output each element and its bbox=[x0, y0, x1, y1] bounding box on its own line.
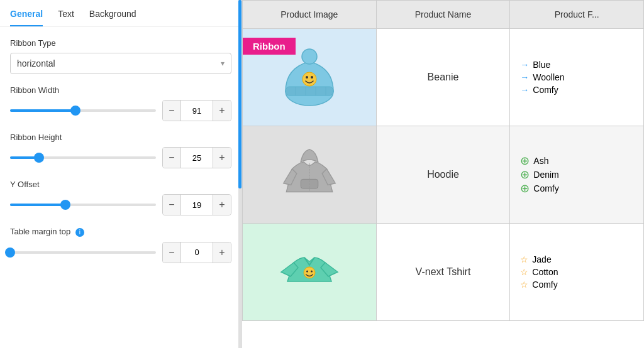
product-name-tshirt: V-next Tshirt bbox=[376, 224, 510, 321]
settings-panel: General Text Background Ribbon Type hori… bbox=[0, 0, 242, 348]
tab-background[interactable]: Background bbox=[89, 9, 136, 26]
ribbon-height-input-group: − + bbox=[162, 147, 231, 168]
product-image-cell-hoodie bbox=[243, 126, 377, 224]
feature-text: Denim bbox=[533, 170, 558, 180]
product-features-tshirt: ☆ Jade ☆ Cotton ☆ Comfy bbox=[510, 224, 644, 321]
feature-text: Cotton bbox=[532, 267, 558, 277]
ribbon-width-thumb[interactable] bbox=[70, 106, 80, 116]
tshirt-image bbox=[278, 237, 341, 307]
svg-point-9 bbox=[311, 76, 313, 79]
ribbon-badge: Ribbon bbox=[243, 38, 296, 55]
y-offset-input-group: − + bbox=[162, 194, 231, 215]
panel-content: Ribbon Type horizontal vertical diagonal… bbox=[0, 38, 242, 263]
product-image-bg-hoodie bbox=[243, 126, 376, 223]
ribbon-type-select[interactable]: horizontal vertical diagonal bbox=[11, 53, 231, 73]
table-row: Ribbon bbox=[243, 29, 644, 126]
ribbon-height-slider-container bbox=[10, 156, 156, 159]
product-table: Product Image Product Name Product F... … bbox=[242, 0, 644, 321]
svg-point-13 bbox=[306, 271, 308, 273]
feature-text: Woollen bbox=[533, 72, 564, 82]
table-margin-top-track bbox=[10, 251, 156, 254]
table-row: V-next Tshirt ☆ Jade ☆ Cotton ☆ Comfy bbox=[243, 224, 644, 321]
feature-text: Comfy bbox=[532, 280, 557, 290]
ribbon-height-row: − + bbox=[10, 147, 231, 168]
arrow-icon: → bbox=[520, 60, 529, 70]
ribbon-width-row: − + bbox=[10, 100, 231, 121]
ribbon-width-field: Ribbon Width − + bbox=[10, 85, 231, 121]
feature-text: Comfy bbox=[533, 85, 558, 95]
feature-item: → Blue bbox=[520, 60, 636, 70]
svg-point-7 bbox=[303, 72, 316, 86]
svg-point-6 bbox=[302, 49, 317, 64]
ribbon-height-increment[interactable]: + bbox=[213, 148, 231, 168]
y-offset-slider-container bbox=[10, 204, 156, 206]
tab-general[interactable]: General bbox=[10, 9, 43, 26]
ribbon-height-label: Ribbon Height bbox=[10, 133, 231, 142]
table-margin-top-thumb[interactable] bbox=[5, 247, 15, 258]
feature-item: ☆ Comfy bbox=[520, 280, 636, 290]
dot-green-icon: ⊕ bbox=[520, 183, 530, 194]
product-features-hoodie: ⊕ Ash ⊕ Denim ⊕ Comfy bbox=[510, 126, 644, 224]
table-margin-top-decrement[interactable]: − bbox=[163, 242, 180, 263]
star-icon: ☆ bbox=[520, 254, 528, 264]
y-offset-row: − + bbox=[10, 194, 231, 215]
scroll-thumb[interactable] bbox=[238, 0, 242, 188]
table-margin-top-slider-container bbox=[10, 251, 156, 254]
product-name-hoodie: Hoodie bbox=[376, 126, 510, 224]
col-header-feature: Product F... bbox=[510, 1, 644, 29]
info-icon[interactable]: i bbox=[75, 228, 84, 237]
ribbon-width-input-group: − + bbox=[162, 100, 231, 121]
feature-item: ⊕ Denim bbox=[520, 169, 636, 180]
ribbon-width-slider-container bbox=[10, 109, 156, 112]
feature-item: ⊕ Comfy bbox=[520, 183, 636, 194]
svg-rect-1 bbox=[286, 87, 333, 95]
y-offset-decrement[interactable]: − bbox=[163, 195, 180, 215]
col-header-image: Product Image bbox=[243, 1, 377, 29]
product-image-bg-tshirt bbox=[243, 224, 376, 320]
feature-item: → Comfy bbox=[520, 85, 636, 95]
product-image-cell-tshirt bbox=[243, 224, 377, 321]
ribbon-type-field: Ribbon Type horizontal vertical diagonal… bbox=[10, 38, 231, 74]
y-offset-increment[interactable]: + bbox=[213, 195, 231, 215]
svg-point-8 bbox=[306, 76, 308, 79]
table-margin-top-input-group: − + bbox=[162, 242, 231, 263]
ribbon-width-increment[interactable]: + bbox=[213, 101, 231, 121]
y-offset-label: Y Offset bbox=[10, 180, 231, 189]
scrollbar[interactable] bbox=[238, 0, 242, 348]
col-header-name: Product Name bbox=[376, 1, 510, 29]
dot-green-icon: ⊕ bbox=[520, 155, 530, 166]
ribbon-height-thumb[interactable] bbox=[34, 153, 44, 163]
table-margin-top-increment[interactable]: + bbox=[213, 242, 231, 263]
star-icon: ☆ bbox=[520, 280, 528, 290]
product-features-beanie: → Blue → Woollen → Comfy bbox=[510, 29, 644, 126]
table-margin-top-row: − + bbox=[10, 242, 231, 263]
feature-text: Ash bbox=[533, 156, 548, 166]
feature-item: ☆ Cotton bbox=[520, 267, 636, 277]
y-offset-thumb[interactable] bbox=[60, 200, 70, 210]
y-offset-field: Y Offset − + bbox=[10, 180, 231, 215]
table-margin-top-label: Table margin top i bbox=[10, 227, 231, 237]
table-margin-top-input[interactable] bbox=[180, 242, 213, 263]
ribbon-width-fill bbox=[10, 109, 75, 112]
feature-text: Comfy bbox=[533, 183, 558, 193]
y-offset-fill bbox=[10, 204, 65, 206]
product-image-bg-beanie: Ribbon bbox=[243, 29, 376, 126]
tab-text[interactable]: Text bbox=[58, 9, 74, 26]
feature-text: Jade bbox=[532, 254, 551, 264]
ribbon-width-decrement[interactable]: − bbox=[163, 101, 180, 121]
svg-point-12 bbox=[304, 267, 315, 278]
ribbon-width-input[interactable] bbox=[180, 101, 213, 121]
ribbon-height-track bbox=[10, 156, 156, 159]
ribbon-height-input[interactable] bbox=[180, 148, 213, 168]
y-offset-input[interactable] bbox=[180, 195, 213, 215]
ribbon-height-decrement[interactable]: − bbox=[163, 148, 180, 168]
ribbon-type-select-wrapper[interactable]: horizontal vertical diagonal ▾ bbox=[10, 53, 231, 74]
arrow-icon: → bbox=[520, 72, 529, 82]
product-name-beanie: Beanie bbox=[376, 29, 510, 126]
table-row: Hoodie ⊕ Ash ⊕ Denim ⊕ Comfy bbox=[243, 126, 644, 224]
table-margin-top-field: Table margin top i − + bbox=[10, 227, 231, 263]
hoodie-image bbox=[278, 140, 341, 209]
feature-item: ⊕ Ash bbox=[520, 155, 636, 166]
ribbon-height-field: Ribbon Height − + bbox=[10, 133, 231, 168]
dot-green-icon: ⊕ bbox=[520, 169, 530, 180]
